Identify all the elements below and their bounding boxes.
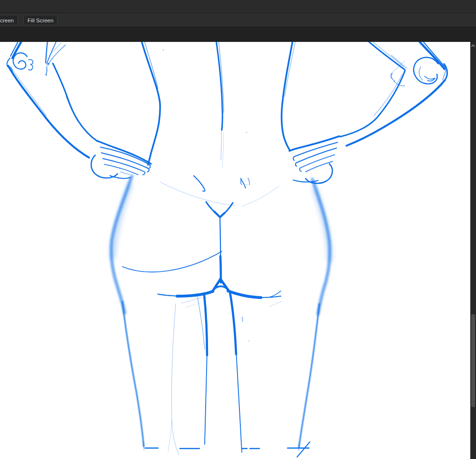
scroll-up-arrow-icon[interactable]	[471, 44, 476, 48]
secondary-bar	[0, 27, 476, 42]
figure-sketch	[0, 42, 470, 459]
ground-tick-marks	[145, 442, 310, 457]
buttocks	[122, 176, 282, 452]
fill-screen-button[interactable]: Fill Screen	[23, 15, 58, 25]
drawing-canvas[interactable]	[0, 42, 470, 459]
right-arm	[340, 42, 447, 146]
left-hand	[91, 141, 151, 179]
right-hand	[241, 136, 340, 185]
scrollbar-thumb[interactable]	[471, 314, 475, 407]
torso	[141, 42, 296, 169]
left-arm	[7, 42, 98, 158]
toolbar: Screen Fill Screen	[0, 13, 476, 27]
title-bar	[0, 0, 476, 13]
vertical-scrollbar[interactable]	[470, 42, 476, 459]
paint-app-window: Screen Fill Screen	[0, 0, 476, 459]
fit-screen-button[interactable]: Screen	[0, 15, 18, 25]
